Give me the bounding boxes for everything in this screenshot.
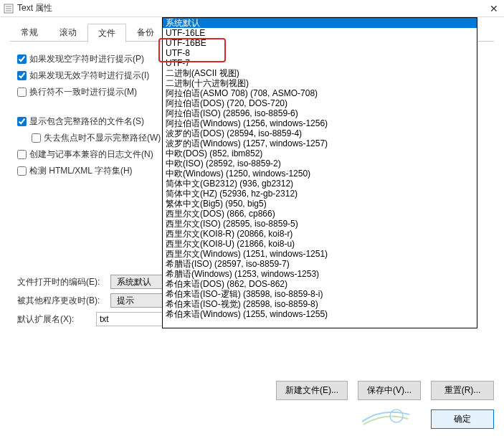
checkbox-label: 显示包含完整路径的文件名(S): [29, 115, 144, 128]
saving-button[interactable]: 保存中(V)...: [358, 381, 421, 400]
dropdown-item[interactable]: 繁体中文(Big5) (950, big5): [163, 199, 477, 209]
ext-label: 默认扩展名(X):: [17, 313, 96, 326]
dropdown-item[interactable]: UTF-8: [163, 48, 477, 58]
dropdown-item[interactable]: 希伯来语(ISO-视觉) (28598, iso-8859-8): [163, 299, 477, 309]
dropdown-item[interactable]: 简体中文(GB2312) (936, gb2312): [163, 179, 477, 189]
app-icon: [3, 3, 14, 14]
dropdown-item[interactable]: 阿拉伯语(DOS) (720, DOS-720): [163, 98, 477, 108]
dropdown-item[interactable]: 二进制(十六进制视图): [163, 78, 477, 88]
titlebar: Text 属性: [0, 0, 504, 17]
checkbox-label: 如果发现空字符时进行提示(P): [29, 53, 144, 65]
window-title: Text 属性: [17, 2, 52, 14]
ok-button[interactable]: 确定: [431, 409, 494, 429]
dropdown-item[interactable]: 阿拉伯语(Windows) (1256, windows-1256): [163, 118, 477, 128]
checkbox-label: 创建与记事本兼容的日志文件(N): [29, 148, 153, 161]
close-icon[interactable]: ✕: [490, 3, 498, 14]
checkbox-label: 失去焦点时不显示完整路径(W): [44, 132, 161, 144]
dropdown-item[interactable]: 西里尔文(KOI8-U) (21866, koi8-u): [163, 239, 477, 249]
dropdown-item[interactable]: 西里尔文(ISO) (28595, iso-8859-5): [163, 219, 477, 229]
checkbox-input[interactable]: [17, 54, 27, 64]
checkbox-input[interactable]: [17, 166, 27, 176]
checkbox-label: 换行符不一致时进行提示(M): [29, 86, 137, 98]
bottom-buttons: 新建文件(E)... 保存中(V)... 重置(R)...: [276, 381, 494, 400]
dropdown-item[interactable]: UTF-16LE: [163, 28, 477, 38]
dropdown-item[interactable]: 中欧(DOS) (852, ibm852): [163, 148, 477, 158]
checkbox-label: 如果发现无效字符时进行提示(I): [29, 70, 149, 82]
checkbox-input[interactable]: [17, 87, 27, 97]
checkbox-input[interactable]: [17, 71, 27, 80]
reset-button[interactable]: 重置(R)...: [431, 381, 494, 400]
dropdown-item[interactable]: 西里尔文(DOS) (866, cp866): [163, 209, 477, 219]
decorative-swoosh: [361, 406, 411, 426]
tab-backup[interactable]: 备份: [126, 23, 165, 42]
dropdown-item[interactable]: 希伯来语(ISO-逻辑) (38598, iso-8859-8-i): [163, 289, 477, 299]
new-file-button[interactable]: 新建文件(E)...: [276, 381, 348, 400]
checkbox-input[interactable]: [17, 117, 27, 126]
dropdown-item[interactable]: 中欧(ISO) (28592, iso-8859-2): [163, 158, 477, 169]
checkbox-label: 检测 HTML/XML 字符集(H): [29, 165, 133, 177]
dropdown-item[interactable]: 阿拉伯语(ISO) (28596, iso-8859-6): [163, 108, 477, 118]
dropdown-item[interactable]: 希腊语(ISO) (28597, iso-8859-7): [163, 259, 477, 269]
dropdown-item[interactable]: 希伯来语(Windows) (1255, windows-1255): [163, 309, 477, 319]
dropdown-item[interactable]: 西里尔文(Windows) (1251, windows-1251): [163, 249, 477, 259]
dropdown-item[interactable]: 希腊语(Windows) (1253, windows-1253): [163, 269, 477, 279]
tab-file[interactable]: 文件: [87, 24, 126, 42]
dropdown-item[interactable]: 波罗的语(DOS) (28594, iso-8859-4): [163, 128, 477, 138]
dropdown-item[interactable]: 波罗的语(Windows) (1257, windows-1257): [163, 138, 477, 148]
tab-scroll[interactable]: 滚动: [49, 23, 87, 42]
encoding-label: 文件打开时的编码(E):: [17, 276, 110, 288]
checkbox-input[interactable]: [32, 133, 41, 143]
changed-label: 被其他程序更改时(B):: [17, 295, 110, 307]
checkbox-input[interactable]: [17, 150, 27, 159]
dropdown-item[interactable]: 二进制(ASCII 视图): [163, 68, 477, 78]
dropdown-item[interactable]: 系统默认: [163, 18, 477, 28]
dropdown-item[interactable]: 阿拉伯语(ASMO 708) (708, ASMO-708): [163, 88, 477, 98]
dropdown-item[interactable]: UTF-16BE: [163, 38, 477, 48]
dropdown-item[interactable]: 中欧(Windows) (1250, windows-1250): [163, 169, 477, 179]
dropdown-item[interactable]: 希伯来语(DOS) (862, DOS-862): [163, 279, 477, 289]
dropdown-item[interactable]: 西里尔文(KOI8-R) (20866, koi8-r): [163, 229, 477, 239]
dropdown-item[interactable]: UTF-7: [163, 58, 477, 68]
tab-general[interactable]: 常规: [10, 23, 49, 42]
encoding-dropdown-list[interactable]: 系统默认UTF-16LEUTF-16BEUTF-8UTF-7二进制(ASCII …: [162, 17, 477, 328]
ok-row: 确定: [431, 409, 494, 429]
dropdown-item[interactable]: 简体中文(HZ) (52936, hz-gb-2312): [163, 189, 477, 199]
